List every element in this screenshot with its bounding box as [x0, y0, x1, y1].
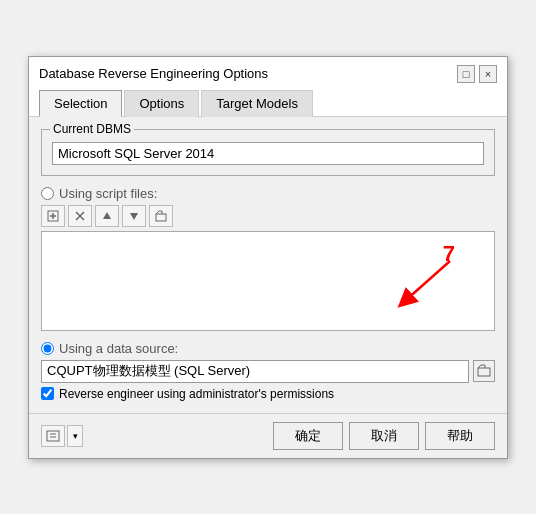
svg-rect-7 — [156, 214, 166, 221]
admin-permissions-row: Reverse engineer using administrator's p… — [41, 387, 495, 401]
browse-script-button[interactable] — [149, 205, 173, 227]
svg-rect-11 — [47, 431, 59, 441]
data-source-radio[interactable] — [41, 342, 54, 355]
data-source-input[interactable] — [41, 360, 469, 383]
tab-target-models[interactable]: Target Models — [201, 90, 313, 117]
move-down-button[interactable] — [122, 205, 146, 227]
help-button[interactable]: 帮助 — [425, 422, 495, 450]
title-bar: Database Reverse Engineering Options □ ×… — [29, 57, 507, 117]
current-dbms-group: Current DBMS — [41, 129, 495, 176]
bottom-right-actions: 确定 取消 帮助 — [273, 422, 495, 450]
dialog-window: Database Reverse Engineering Options □ ×… — [28, 56, 508, 459]
svg-marker-6 — [130, 213, 138, 220]
data-source-browse-button[interactable] — [473, 360, 495, 382]
script-files-label: Using script files: — [59, 186, 157, 201]
bottom-bar: ▾ 确定 取消 帮助 — [29, 413, 507, 458]
script-files-section: Using script files: — [41, 186, 495, 331]
script-files-radio[interactable] — [41, 187, 54, 200]
tab-options[interactable]: Options — [124, 90, 199, 117]
bottom-left-actions: ▾ — [41, 425, 83, 447]
tab-bar: Selection Options Target Models — [39, 89, 497, 116]
admin-permissions-label: Reverse engineer using administrator's p… — [59, 387, 334, 401]
tab-selection[interactable]: Selection — [39, 90, 122, 117]
add-script-button[interactable] — [41, 205, 65, 227]
current-dbms-label: Current DBMS — [50, 122, 134, 136]
script-toolbar — [41, 205, 495, 227]
move-up-button[interactable] — [95, 205, 119, 227]
title-controls: □ × — [457, 65, 497, 83]
dropdown-arrow-button[interactable]: ▾ — [67, 425, 83, 447]
bottom-icon-button[interactable] — [41, 425, 65, 447]
script-files-radio-row: Using script files: — [41, 186, 495, 201]
cancel-button[interactable]: 取消 — [349, 422, 419, 450]
confirm-button[interactable]: 确定 — [273, 422, 343, 450]
admin-permissions-checkbox[interactable] — [41, 387, 54, 400]
data-source-input-row — [41, 360, 495, 383]
svg-rect-10 — [478, 368, 490, 376]
script-list[interactable] — [41, 231, 495, 331]
dialog-title: Database Reverse Engineering Options — [39, 66, 268, 81]
data-source-radio-row: Using a data source: — [41, 341, 495, 356]
close-button[interactable]: × — [479, 65, 497, 83]
script-list-area: 7 — [41, 231, 495, 331]
data-source-label: Using a data source: — [59, 341, 178, 356]
remove-script-button[interactable] — [68, 205, 92, 227]
data-source-section: Using a data source: Reverse engineer us… — [41, 341, 495, 401]
tab-content: Current DBMS Using script files: — [29, 117, 507, 413]
dbms-input[interactable] — [52, 142, 484, 165]
svg-marker-5 — [103, 212, 111, 219]
minimize-button[interactable]: □ — [457, 65, 475, 83]
